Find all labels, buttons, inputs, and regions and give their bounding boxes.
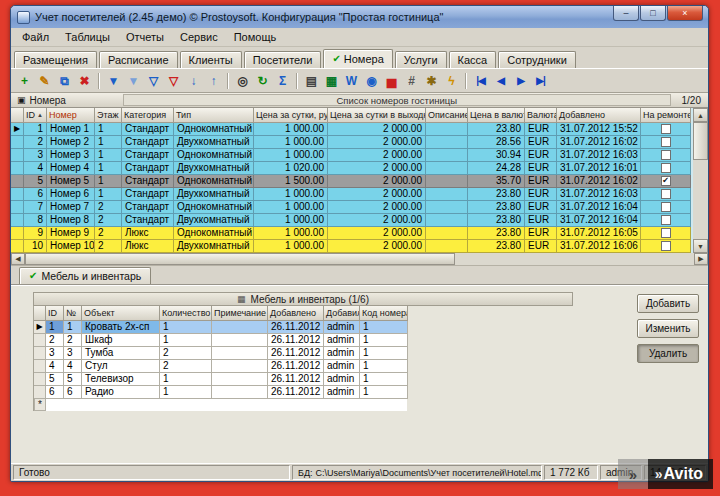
lightning-icon[interactable]: ϟ (442, 71, 461, 90)
nav-last-icon[interactable]: ▶| (531, 71, 550, 90)
column-header[interactable]: Объект (82, 306, 160, 321)
horizontal-scroll-thumb[interactable] (25, 253, 455, 265)
column-header[interactable]: № (64, 306, 82, 321)
room-row-5[interactable]: 5Номер 51СтандартОднокомнатный1 500.002 … (11, 175, 693, 188)
room-row-2[interactable]: 2Номер 21СтандартДвухкомнатный1 000.002 … (11, 136, 693, 149)
export-word-icon[interactable]: W (342, 71, 361, 90)
repair-checkbox[interactable] (661, 215, 671, 225)
delete-button[interactable]: Удалить (637, 344, 699, 363)
tab-clients[interactable]: Клиенты (180, 51, 242, 68)
filter-clear-icon[interactable]: ▽ (164, 71, 183, 90)
repair-checkbox[interactable] (661, 137, 671, 147)
nav-prev-icon[interactable]: ◀ (491, 71, 510, 90)
tab-rooms[interactable]: ✔Номера (323, 49, 392, 68)
furniture-row-5[interactable]: 55Телевизор126.11.2012admin1 (34, 373, 407, 386)
nav-first-icon[interactable]: |◀ (471, 71, 490, 90)
filter-icon[interactable]: ▼ (104, 71, 123, 90)
column-header[interactable]: На ремонте (641, 108, 691, 123)
tab-services[interactable]: Услуги (395, 51, 447, 68)
sum-icon[interactable]: Σ (273, 71, 292, 90)
copy-record-icon[interactable]: ⧉ (55, 71, 74, 90)
column-header[interactable]: Валюта (525, 108, 557, 123)
tab-schedule[interactable]: Расписание (99, 51, 178, 68)
sort-asc-icon[interactable]: ↓ (184, 71, 203, 90)
menu-reports[interactable]: Отчеты (118, 29, 172, 45)
column-header[interactable]: Цена за сутки, руб (254, 108, 328, 123)
furniture-row-4[interactable]: 44Стул226.11.2012admin1 (34, 360, 407, 373)
repair-checkbox[interactable] (661, 163, 671, 173)
vertical-scrollbar[interactable]: ▲ ▼ (693, 108, 708, 253)
settings-icon[interactable]: ✱ (422, 71, 441, 90)
room-row-3[interactable]: 3Номер 31СтандартОднокомнатный1 000.002 … (11, 149, 693, 162)
room-row-8[interactable]: 8Номер 82СтандартДвухкомнатный1 000.002 … (11, 214, 693, 227)
tab-furniture[interactable]: ✔ Мебель и инвентарь (19, 267, 151, 284)
new-record-row[interactable]: * (34, 399, 407, 411)
menu-help[interactable]: Помощь (226, 29, 285, 45)
chart-icon[interactable]: ▅ (382, 71, 401, 90)
scroll-left-icon[interactable]: ◀ (11, 253, 25, 265)
tab-placements[interactable]: Размещения (14, 51, 97, 68)
repair-checkbox[interactable] (661, 150, 671, 160)
repair-checkbox[interactable] (661, 228, 671, 238)
minimize-button[interactable]: – (613, 6, 639, 21)
add-record-icon[interactable]: + (15, 71, 34, 90)
export-excel-icon[interactable]: ▦ (322, 71, 341, 90)
maximize-button[interactable]: □ (640, 6, 666, 21)
calculator-icon[interactable]: # (402, 71, 421, 90)
repair-checkbox[interactable] (661, 189, 671, 199)
menu-service[interactable]: Сервис (172, 29, 226, 45)
tab-staff[interactable]: Сотрудники (498, 51, 576, 68)
print-icon[interactable]: ▤ (302, 71, 321, 90)
repair-checkbox[interactable]: ✔ (661, 176, 671, 186)
column-header[interactable]: Код номера (360, 306, 408, 321)
column-header[interactable]: Номер (47, 108, 95, 123)
column-header[interactable]: ID▲ (24, 108, 47, 123)
refresh-icon[interactable]: ↻ (253, 71, 272, 90)
edit-record-icon[interactable]: ✎ (35, 71, 54, 90)
room-row-9[interactable]: 9Номер 92ЛюксОднокомнатный1 000.002 000.… (11, 227, 693, 240)
column-header[interactable]: Описание (426, 108, 468, 123)
room-row-7[interactable]: 7Номер 72СтандартОднокомнатный1 000.002 … (11, 201, 693, 214)
column-header[interactable]: Категория (122, 108, 174, 123)
column-header[interactable]: Цена в валюте (468, 108, 525, 123)
column-header[interactable]: Добавлено (268, 306, 324, 321)
column-header[interactable]: Примечание (212, 306, 268, 321)
menu-file[interactable]: Файл (14, 29, 57, 45)
edit-button[interactable]: Изменить (637, 319, 699, 338)
export-html-icon[interactable]: ◉ (362, 71, 381, 90)
repair-checkbox[interactable] (661, 241, 671, 251)
column-header[interactable]: Добавил (324, 306, 360, 321)
column-header[interactable]: Тип (174, 108, 254, 123)
new-record-marker[interactable]: * (34, 399, 46, 411)
column-header[interactable]: Добавлено (557, 108, 641, 123)
vertical-scroll-thumb[interactable] (693, 122, 708, 160)
column-header[interactable]: Цена за сутки в выходные (328, 108, 426, 123)
sort-desc-icon[interactable]: ↑ (204, 71, 223, 90)
room-row-10[interactable]: 10Номер 102ЛюксДвухкомнатный1 000.002 00… (11, 240, 693, 253)
furniture-row-2[interactable]: 22Шкаф126.11.2012admin1 (34, 334, 407, 347)
horizontal-scrollbar[interactable]: ◀ ▶ (11, 253, 708, 266)
delete-record-icon[interactable]: ✖ (75, 71, 94, 90)
room-row-4[interactable]: 4Номер 41СтандартДвухкомнатный1 020.002 … (11, 162, 693, 175)
room-row-6[interactable]: 6Номер 61СтандартДвухкомнатный1 000.002 … (11, 188, 693, 201)
furniture-row-6[interactable]: 66Радио126.11.2012admin1 (34, 386, 407, 399)
furniture-row-3[interactable]: 33Тумба226.11.2012admin1 (34, 347, 407, 360)
close-button[interactable]: × (667, 6, 703, 21)
filter-edit-icon[interactable]: ▽ (144, 71, 163, 90)
room-row-1[interactable]: ▶1Номер 11СтандартОднокомнатный1 000.002… (11, 123, 693, 136)
tab-visitors[interactable]: Посетители (244, 51, 322, 68)
repair-checkbox[interactable] (661, 124, 671, 134)
title-bar[interactable]: Учет посетителей (2.45 демо) © Prostoyso… (11, 6, 708, 28)
menu-tables[interactable]: Таблицы (57, 29, 118, 45)
column-header[interactable]: Этаж (95, 108, 122, 123)
scroll-up-icon[interactable]: ▲ (693, 108, 708, 122)
column-header[interactable]: ID (46, 306, 64, 321)
scroll-right-icon[interactable]: ▶ (694, 253, 708, 265)
nav-next-icon[interactable]: ▶ (511, 71, 530, 90)
search-icon[interactable]: ◎ (233, 71, 252, 90)
filter-by-selection-icon[interactable]: ▼ (124, 71, 143, 90)
repair-checkbox[interactable] (661, 202, 671, 212)
column-header[interactable]: Количество (160, 306, 212, 321)
tab-cash[interactable]: Касса (449, 51, 497, 68)
furniture-row-1[interactable]: ▶11Кровать 2х-сп126.11.2012admin1 (34, 321, 407, 334)
